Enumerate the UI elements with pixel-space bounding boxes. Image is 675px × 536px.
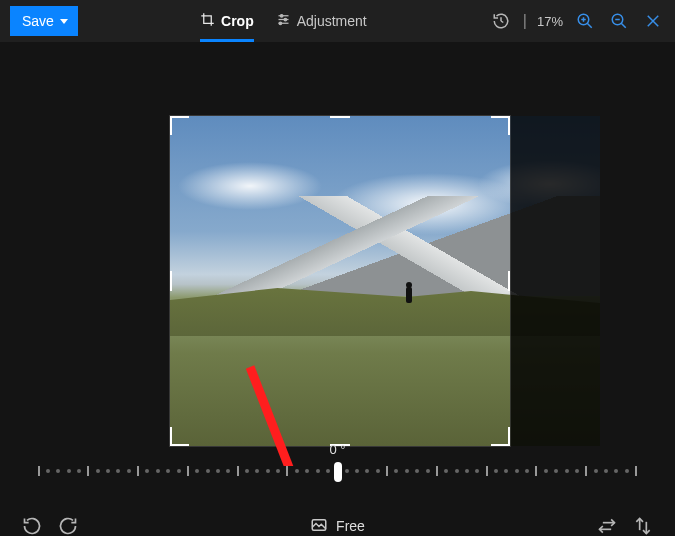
svg-line-13 <box>621 23 626 28</box>
zoom-in-icon[interactable] <box>573 9 597 33</box>
rotation-angle-label: 0 ° <box>329 442 345 457</box>
separator: | <box>523 12 527 30</box>
svg-point-5 <box>279 22 282 25</box>
crop-handle-right[interactable] <box>508 271 510 291</box>
editor-tabs: Crop Adjustment <box>200 0 367 42</box>
tab-crop[interactable]: Crop <box>200 0 254 42</box>
close-button[interactable] <box>641 9 665 33</box>
crop-handle-top-left[interactable] <box>170 116 172 135</box>
crop-handle-top-left[interactable] <box>170 116 189 118</box>
straighten-thumb[interactable] <box>334 462 342 482</box>
svg-point-3 <box>280 15 283 18</box>
crop-handle-top-right[interactable] <box>508 116 510 135</box>
zoom-out-icon[interactable] <box>607 9 631 33</box>
crop-icon <box>200 12 215 30</box>
straighten-slider[interactable] <box>38 461 638 483</box>
crop-handle-top-right[interactable] <box>491 116 510 118</box>
aspect-ratio-icon <box>310 516 328 537</box>
save-button[interactable]: Save <box>10 6 78 36</box>
sliders-icon <box>276 12 291 30</box>
rotate-ccw-button[interactable] <box>20 514 44 536</box>
crop-handle-top[interactable] <box>330 116 350 118</box>
save-label: Save <box>22 13 54 29</box>
flip-vertical-button[interactable] <box>631 514 655 536</box>
svg-line-9 <box>587 23 592 28</box>
zoom-percent: 17% <box>537 14 563 29</box>
aspect-ratio-button[interactable]: Free <box>310 516 365 537</box>
svg-line-7 <box>501 21 503 23</box>
crop-handle-left[interactable] <box>170 271 172 291</box>
tab-crop-label: Crop <box>221 13 254 29</box>
flip-horizontal-button[interactable] <box>595 514 619 536</box>
chevron-down-icon <box>60 19 68 24</box>
tab-adjustment[interactable]: Adjustment <box>276 0 367 42</box>
rotate-cw-button[interactable] <box>56 514 80 536</box>
canvas-area[interactable] <box>0 42 675 466</box>
history-icon[interactable] <box>489 9 513 33</box>
aspect-ratio-label: Free <box>336 518 365 534</box>
tab-adjustment-label: Adjustment <box>297 13 367 29</box>
crop-selection[interactable] <box>170 116 510 446</box>
svg-point-4 <box>284 18 287 21</box>
